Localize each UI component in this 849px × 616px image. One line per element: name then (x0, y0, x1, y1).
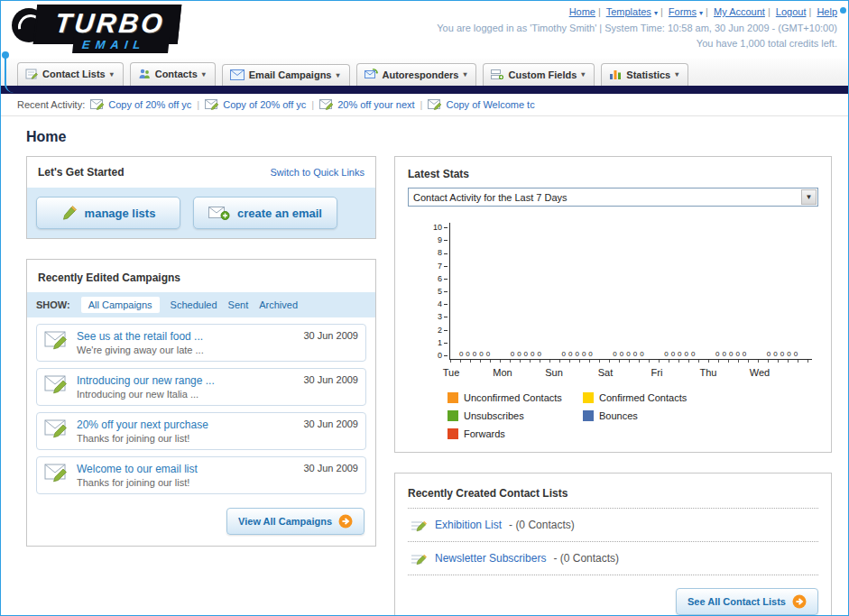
legend-label: Confirmed Contacts (599, 392, 687, 403)
right-column: Latest Stats Contact Activity for the La… (394, 156, 832, 616)
manage-lists-button[interactable]: manage lists (36, 197, 180, 229)
campaign-row[interactable]: 20% off your next purchase Thanks for jo… (36, 412, 366, 450)
contact-list-name[interactable]: Exhibition List (435, 519, 502, 531)
autoresponders-icon (365, 69, 378, 80)
x-axis-label: Thu (688, 367, 729, 378)
tab-all-campaigns[interactable]: All Campaigns (81, 297, 160, 313)
chart-value: 0 (588, 350, 592, 358)
chevron-down-icon: ▾ (654, 9, 658, 17)
contact-list-item[interactable]: Newsletter Subscribers - (0 Contacts) (408, 542, 818, 575)
chart-value-group: 00000 (761, 350, 803, 358)
nav-tab-label: Email Campaigns (249, 69, 332, 80)
recent-activity-item[interactable]: Copy of 20% off yc (90, 99, 191, 110)
nav-tab-email-campaigns[interactable]: Email Campaigns ▾ (222, 64, 350, 86)
pencil-list-icon (410, 517, 428, 533)
view-all-campaigns-label: View All Campaigns (238, 516, 332, 527)
x-axis-label: Sun (533, 367, 575, 378)
navigation-divider-bar (1, 86, 848, 94)
recent-activity-item[interactable]: 20% off your next (319, 99, 414, 110)
nav-tab-autoresponders[interactable]: Autoresponders ▾ (356, 63, 477, 86)
switch-quick-links-link[interactable]: Switch to Quick Links (270, 167, 365, 178)
contact-activity-chart: 109876543210 000000000000000000000000000… (433, 223, 818, 360)
credits-text: You have 1,000 total credits left. (437, 37, 837, 51)
campaign-filter-tabs: SHOW: All Campaigns Scheduled Sent Archi… (27, 292, 375, 317)
chart-legend: Unconfirmed Contacts Confirmed Contacts … (448, 392, 818, 439)
nav-tab-statistics[interactable]: Statistics ▾ (601, 63, 688, 86)
campaign-row[interactable]: Welcome to our email list Thanks for joi… (36, 456, 366, 494)
link-templates[interactable]: Templates (606, 6, 651, 17)
envelope-plus-icon (208, 205, 230, 221)
y-tick-label: 5 (438, 287, 448, 296)
get-started-title: Let's Get Started (38, 166, 125, 179)
chart-value: 0 (787, 350, 790, 358)
create-email-button[interactable]: create an email (193, 197, 337, 229)
link-forms[interactable]: Forms (669, 6, 697, 17)
y-tick-label: 1 (438, 338, 448, 347)
tab-archived[interactable]: Archived (259, 299, 298, 310)
recent-activity-item[interactable]: Copy of 20% off yc (205, 99, 306, 110)
nav-tab-contacts[interactable]: Contacts ▾ (130, 62, 216, 86)
get-started-panel: Let's Get Started Switch to Quick Links … (26, 156, 376, 239)
contact-list-name[interactable]: Newsletter Subscribers (435, 552, 546, 565)
stats-period-select[interactable]: Contact Activity for the Last 7 Days ▼ (408, 188, 818, 207)
nav-tab-label: Autoresponders (383, 69, 459, 80)
chart-value: 0 (466, 350, 469, 358)
link-home[interactable]: Home (569, 6, 595, 17)
show-label: SHOW: (36, 299, 70, 310)
chart-value: 0 (715, 350, 719, 358)
chart-value: 0 (671, 350, 675, 358)
chart-value: 0 (562, 350, 566, 358)
y-tick-label: 2 (438, 326, 448, 335)
chart-value: 0 (582, 350, 586, 358)
chevron-down-icon: ▾ (581, 70, 585, 78)
chart-value: 0 (620, 350, 623, 358)
nav-tab-custom-fields[interactable]: Custom Fields ▾ (483, 63, 595, 86)
campaign-row[interactable]: See us at the retail food ... We're givi… (36, 324, 366, 362)
pencil-icon (61, 205, 78, 221)
envelope-pencil-icon (44, 374, 69, 394)
recent-activity-item[interactable]: Copy of Welcome tc (428, 99, 534, 110)
turbo-email-logo[interactable]: TURBO EMAIL (10, 5, 226, 53)
chart-value: 0 (664, 350, 668, 358)
campaign-subtitle: We're giving away our late ... (77, 345, 296, 355)
chart-value: 0 (794, 350, 798, 358)
chevron-down-icon: ▾ (110, 70, 114, 78)
legend-item-unconfirmed: Unconfirmed Contacts (448, 392, 583, 403)
chart-value: 0 (479, 350, 483, 358)
latest-stats-title: Latest Stats (408, 168, 818, 180)
x-axis-label: Sat (585, 367, 626, 378)
nav-tab-contact-lists[interactable]: Contact Lists ▾ (17, 62, 124, 86)
legend-item-forwards: Forwards (448, 428, 583, 439)
tab-sent[interactable]: Sent (228, 299, 249, 310)
link-help[interactable]: Help (817, 6, 837, 17)
link-logout[interactable]: Logout (776, 6, 807, 17)
header-meta: Home| Templates ▾| Forms ▾| My Account| … (437, 5, 837, 51)
y-tick-label: 6 (438, 274, 448, 283)
chart-value: 0 (767, 350, 771, 358)
separator: | (808, 6, 811, 17)
chart-y-axis: 109876543210 (433, 223, 449, 360)
envelope-pencil-icon (90, 99, 105, 110)
chart-value: 0 (459, 350, 463, 358)
envelope-pencil-icon (428, 99, 442, 110)
top-header: TURBO EMAIL Home| Templates ▾| Forms ▾| … (1, 1, 848, 59)
chevron-down-icon: ▾ (202, 70, 206, 78)
chevron-down-icon: ▾ (336, 71, 339, 79)
x-axis-label: Mon (482, 367, 523, 378)
chart-value: 0 (729, 350, 733, 358)
campaign-title: 20% off your next purchase (77, 418, 296, 431)
chart-value: 0 (575, 350, 578, 358)
corner-dot-decoration (840, 7, 846, 14)
see-all-contact-lists-button[interactable]: See All Contact Lists (676, 588, 818, 615)
contact-list-item[interactable]: Exhibition List - (0 Contacts) (408, 509, 818, 542)
campaign-date: 30 Jun 2009 (303, 463, 358, 473)
tab-scheduled[interactable]: Scheduled (171, 299, 217, 310)
link-my-account[interactable]: My Account (714, 6, 765, 17)
campaign-row[interactable]: Introducing our new range ... Introducin… (36, 368, 366, 406)
separator: | (311, 99, 314, 110)
chart-value: 0 (678, 350, 681, 358)
view-all-campaigns-button[interactable]: View All Campaigns (226, 508, 365, 535)
chart-value: 0 (722, 350, 725, 358)
campaign-date: 30 Jun 2009 (303, 374, 358, 385)
statistics-icon (609, 69, 622, 80)
